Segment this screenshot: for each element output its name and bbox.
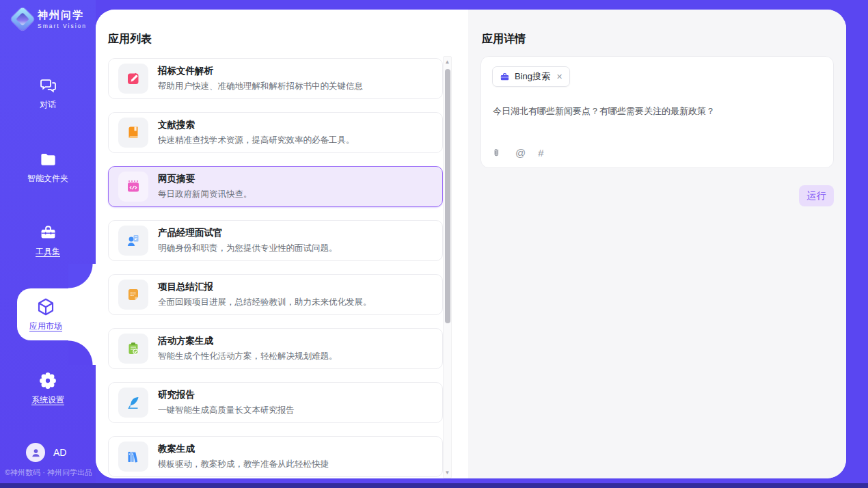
tool-tag-bing-search[interactable]: Bing搜索 ✕: [492, 66, 570, 87]
books-icon: [118, 442, 148, 472]
paperclip-icon[interactable]: [493, 148, 503, 159]
copyright-footer: ©神州数码 · 神州问学出品: [5, 467, 96, 478]
sidebar-item-label: 对话: [40, 99, 56, 111]
brand-subtitle: Smart Vision: [38, 23, 87, 29]
app-card-desc: 每日政府新闻资讯快查。: [158, 189, 252, 200]
hash-icon[interactable]: #: [538, 147, 543, 159]
clipboard-check-icon: [118, 334, 148, 364]
attachment-toolbar: @ #: [493, 147, 544, 159]
scroll-down-icon[interactable]: ▼: [444, 470, 451, 476]
app-card-name: 教案生成: [158, 443, 329, 455]
sidebar-item-label: 工具集: [36, 246, 60, 258]
cube-icon: [36, 297, 56, 317]
app-card-bid-parse[interactable]: 招标文件解析 帮助用户快速、准确地理解和解析招标书中的关键信息: [108, 58, 443, 99]
active-tab-notch-bottom: [68, 340, 100, 365]
active-tab-notch-top: [68, 264, 100, 288]
app-card-lesson-plan[interactable]: 教案生成 模板驱动，教案秒成，教学准备从此轻松快捷: [108, 436, 443, 477]
close-icon[interactable]: ✕: [556, 72, 562, 81]
sidebar-item-label: 应用市场: [29, 321, 62, 332]
sidebar-item-smart-folder[interactable]: 智能文件夹: [0, 150, 96, 185]
app-detail-pane: 应用详情 Bing搜索 ✕ 今日湖北有哪些新闻要点？有哪些需要关注的最新政策？ …: [468, 10, 846, 478]
app-card-name: 网页摘要: [158, 173, 252, 185]
folder-icon: [39, 150, 57, 169]
bottom-window-strip: [0, 483, 868, 488]
prompt-card: Bing搜索 ✕ 今日湖北有哪些新闻要点？有哪些需要关注的最新政策？ @ #: [480, 56, 834, 168]
query-text-input[interactable]: 今日湖北有哪些新闻要点？有哪些需要关注的最新政策？: [493, 105, 821, 118]
quill-icon: [118, 388, 148, 418]
app-card-name: 项目总结汇报: [158, 281, 372, 293]
app-card-research-report[interactable]: 研究报告 一键智能生成高质量长文本研究报告: [108, 382, 443, 423]
app-card-name: 研究报告: [158, 389, 295, 401]
app-card-project-summary[interactable]: 项目总结汇报 全面回顾项目进展，总结经验教训，助力未来优化发展。: [108, 274, 443, 315]
app-card-desc: 模板驱动，教案秒成，教学准备从此轻松快捷: [158, 459, 329, 470]
user-account[interactable]: AD: [26, 443, 66, 462]
sidebar-item-settings[interactable]: 系统设置: [0, 371, 96, 406]
app-card-pm-interviewer[interactable]: 产品经理面试官 明确身份和职责，为您提供专业性的面试问题。: [108, 220, 443, 261]
book-icon: [118, 118, 148, 148]
diamond-logo-icon: [10, 7, 36, 32]
briefcase-icon: [500, 72, 510, 82]
scroll-up-icon[interactable]: ▲: [444, 59, 451, 65]
toolbox-icon: [39, 223, 57, 242]
sidebar-item-label: 系统设置: [31, 394, 64, 406]
app-detail-title: 应用详情: [482, 32, 526, 46]
app-card-desc: 明确身份和职责，为您提供专业性的面试问题。: [158, 243, 338, 254]
edit-square-icon: [118, 64, 148, 94]
app-list-scrollbar[interactable]: ▲ ▼: [443, 56, 452, 478]
app-card-name: 活动方案生成: [158, 335, 338, 347]
run-button[interactable]: 运行: [799, 185, 834, 206]
sidebar-item-toolbox[interactable]: 工具集: [0, 223, 96, 258]
gear-icon: [38, 371, 57, 390]
user-initials: AD: [53, 447, 66, 458]
app-card-desc: 全面回顾项目进展，总结经验教训，助力未来优化发展。: [158, 297, 372, 308]
app-list-pane: 应用列表 招标文件解析 帮助用户快速、准确地理解和解析招标书中的关键信息 文献搜…: [96, 10, 468, 478]
app-card-web-summary[interactable]: 网页摘要 每日政府新闻资讯快查。: [108, 166, 443, 207]
browser-code-icon: [118, 172, 148, 202]
mention-icon[interactable]: @: [515, 147, 526, 159]
app-card-desc: 一键智能生成高质量长文本研究报告: [158, 405, 295, 416]
user-avatar-icon: [26, 443, 45, 462]
sidebar-item-app-market-active[interactable]: 应用市场: [17, 288, 100, 340]
app-card-name: 招标文件解析: [158, 65, 363, 77]
note-icon: [118, 280, 148, 310]
main-panel: 应用列表 招标文件解析 帮助用户快速、准确地理解和解析招标书中的关键信息 文献搜…: [96, 10, 846, 478]
scrollbar-thumb[interactable]: [445, 69, 450, 323]
brand: 神州问学 Smart Vision: [14, 10, 87, 29]
app-card-name: 产品经理面试官: [158, 227, 338, 239]
sidebar-item-chat[interactable]: 对话: [0, 77, 96, 111]
app-card-event-plan[interactable]: 活动方案生成 智能生成个性化活动方案，轻松解决规划难题。: [108, 328, 443, 369]
app-card-name: 文献搜索: [158, 119, 355, 131]
tool-tag-label: Bing搜索: [515, 70, 550, 83]
sidebar: 神州问学 Smart Vision 对话 智能文件夹 工具集 系统设置 AD ©…: [0, 0, 96, 488]
app-card-desc: 帮助用户快速、准确地理解和解析招标书中的关键信息: [158, 81, 363, 92]
sidebar-item-label: 智能文件夹: [27, 173, 68, 185]
app-card-list: 招标文件解析 帮助用户快速、准确地理解和解析招标书中的关键信息 文献搜索 快速精…: [108, 58, 443, 478]
chat-icon: [39, 77, 57, 95]
app-card-literature-search[interactable]: 文献搜索 快速精准查找学术资源，提高研究效率的必备工具。: [108, 112, 443, 153]
brand-name: 神州问学: [38, 10, 87, 21]
app-list-title: 应用列表: [108, 32, 152, 46]
interviewer-icon: [118, 226, 148, 256]
app-card-desc: 智能生成个性化活动方案，轻松解决规划难题。: [158, 351, 338, 362]
app-card-desc: 快速精准查找学术资源，提高研究效率的必备工具。: [158, 135, 355, 146]
